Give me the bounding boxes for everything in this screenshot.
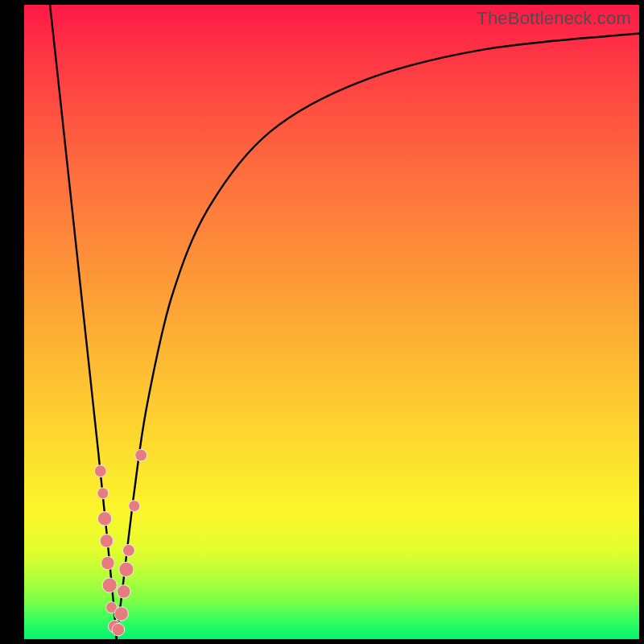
marker-group: [94, 449, 147, 636]
marker-point: [135, 449, 147, 461]
chart-svg: [24, 5, 639, 639]
marker-point: [97, 488, 109, 499]
marker-point: [129, 501, 140, 512]
plot-area: TheBottleneck.com: [24, 5, 639, 639]
marker-point: [97, 512, 111, 526]
watermark-text: TheBottleneck.com: [477, 8, 631, 29]
marker-point: [94, 465, 106, 477]
marker-point: [112, 623, 125, 636]
marker-point: [119, 562, 134, 576]
marker-point: [122, 544, 134, 556]
curve-right-branch: [117, 33, 639, 639]
marker-point: [101, 556, 114, 569]
marker-point: [114, 607, 128, 621]
marker-point: [100, 535, 113, 547]
chart-frame: TheBottleneck.com: [0, 0, 644, 644]
marker-point: [118, 585, 130, 598]
marker-point: [102, 578, 117, 592]
